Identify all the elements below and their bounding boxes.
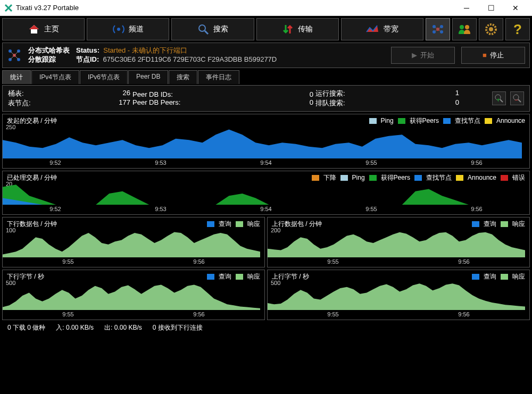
legend-swatch — [369, 175, 377, 181]
svg-text:+: + — [496, 96, 500, 103]
chart-title: 下行字节 / 秒 — [7, 272, 207, 281]
transfers-icon — [282, 23, 294, 36]
legend-label: 响应 — [512, 272, 525, 281]
chart-panel: 下行字节 / 秒 查询响应 500 9:559:56 — [2, 270, 265, 320]
legend-label: Ping — [352, 174, 365, 181]
svg-point-1 — [199, 25, 205, 31]
legend-label: 查询 — [219, 220, 231, 229]
legend-swatch — [312, 175, 319, 181]
peerdb-ids-value: 0 — [310, 90, 313, 98]
legend-swatch — [485, 118, 492, 124]
legend-label: Announce — [468, 174, 496, 181]
legend-label: 错误 — [512, 173, 525, 182]
chart-legend: 查询响应 — [207, 220, 260, 229]
chart-plot — [3, 281, 260, 310]
legend-swatch — [501, 274, 508, 280]
tab-stats[interactable]: 统计 — [2, 70, 31, 84]
tab-events[interactable]: 事件日志 — [198, 70, 239, 84]
antenna-icon — [113, 23, 124, 35]
chart-title: 下行数据包 / 分钟 — [7, 220, 207, 229]
start-button[interactable]: ▶开始 — [391, 47, 455, 64]
chart-plot — [3, 229, 260, 257]
legend-swatch — [340, 175, 348, 181]
legend-swatch — [236, 274, 243, 280]
chart-title: 发起的交易 / 分钟 — [7, 116, 369, 125]
chart-panel: 上行数据包 / 分钟 查询响应 200 9:559:56 — [267, 217, 530, 267]
search-button[interactable]: 搜索 — [171, 18, 254, 40]
tab-search[interactable]: 搜索 — [169, 70, 197, 84]
settings-button[interactable] — [479, 18, 503, 40]
dht-status-panel: 分布式哈希表 分散跟踪 Status: Started - 未确认的下行端口 节… — [2, 43, 530, 68]
legend-swatch — [501, 221, 508, 227]
dht-panel-icon — [7, 48, 22, 63]
chart-title: 上行数据包 / 分钟 — [272, 220, 472, 229]
bandwidth-icon — [365, 24, 379, 34]
legend-label: 查找节点 — [455, 116, 480, 125]
chart-xlabels: 9:559:56 — [268, 257, 529, 267]
close-button[interactable]: ✕ — [503, 0, 528, 16]
bandwidth-button[interactable]: 带宽 — [341, 18, 423, 40]
chart-panel: 上行字节 / 秒 查询响应 500 9:559:56 — [267, 270, 530, 320]
transfers-button[interactable]: 传输 — [256, 18, 339, 40]
chart-panel: 下行数据包 / 分钟 查询响应 100 9:559:56 — [2, 217, 265, 267]
legend-swatch — [207, 221, 214, 227]
legend-swatch — [501, 175, 508, 181]
minimize-button[interactable]: ─ — [454, 0, 479, 16]
chart-xlabels: 9:529:539:549:559:56 — [3, 205, 529, 214]
legend-label: 响应 — [247, 220, 260, 229]
help-button[interactable]: ? — [505, 18, 530, 40]
chart-plot — [268, 229, 525, 257]
app-logo-icon — [4, 4, 13, 12]
stop-button[interactable]: ■停止 — [461, 47, 525, 64]
chart-panel: 已处理交易 / 分钟 下降Ping获得Peers查找节点Announce错误 2… — [2, 171, 530, 215]
chart-xlabels: 9:559:56 — [268, 310, 529, 320]
gear-icon — [485, 23, 497, 36]
status-out: 出: 0.00 KB/s — [104, 323, 142, 332]
tab-peerdb[interactable]: Peer DB — [128, 70, 168, 84]
status-in: 入: 0.00 KB/s — [56, 323, 94, 332]
dht-button[interactable] — [426, 18, 450, 40]
svg-text:−: − — [514, 96, 518, 103]
svg-point-10 — [489, 27, 493, 31]
maximize-button[interactable]: ☐ — [479, 0, 503, 16]
chart-title: 上行字节 / 秒 — [272, 272, 472, 281]
zoom-in-icon: + — [494, 94, 504, 103]
users-icon — [458, 23, 471, 35]
legend-label: Announce — [496, 117, 525, 124]
chart-panel: 发起的交易 / 分钟 Ping获得Peers查找节点Announce 250 9… — [2, 114, 530, 169]
stats-row: 桶表:26 表节点:177 Peer DB IDs:0 Peer DB Peer… — [2, 85, 530, 112]
status-conn: 0 接收到下行连接 — [153, 323, 203, 332]
zoom-out-icon: − — [512, 94, 522, 103]
legend-label: Ping — [381, 117, 394, 124]
legend-label: 查询 — [484, 272, 496, 281]
legend-label: 查询 — [484, 220, 496, 229]
legend-swatch — [236, 221, 243, 227]
home-button[interactable]: 主页 — [2, 18, 85, 40]
peerdb-peers-value: 0 — [310, 98, 313, 106]
users-button[interactable] — [452, 18, 477, 40]
chart-title: 已处理交易 / 分钟 — [7, 173, 312, 182]
chart-plot — [3, 125, 522, 158]
chart-xlabels: 9:529:539:549:559:56 — [3, 158, 529, 168]
legend-label: 获得Peers — [381, 173, 410, 182]
legend-label: 查找节点 — [426, 173, 452, 182]
chart-xlabels: 9:559:56 — [3, 310, 264, 320]
legend-swatch — [369, 118, 377, 124]
search-icon — [197, 23, 209, 35]
legend-label: 响应 — [512, 220, 525, 229]
channels-button[interactable]: 频道 — [87, 18, 169, 40]
chart-legend: 查询响应 — [207, 272, 260, 281]
status-downloads: 0 下载 0 做种 — [7, 323, 45, 332]
dht-icon — [431, 23, 445, 35]
legend-label: 响应 — [247, 272, 260, 281]
tab-ipv6[interactable]: IPv6节点表 — [80, 70, 128, 84]
chart-xlabels: 9:559:56 — [3, 257, 264, 267]
tab-ipv4[interactable]: IPv4节点表 — [31, 70, 79, 84]
zoom-out-button[interactable]: − — [510, 91, 524, 105]
zoom-in-button[interactable]: + — [492, 91, 506, 105]
help-icon: ? — [513, 21, 522, 38]
svg-point-7 — [460, 25, 464, 29]
running-search-value: 1 — [455, 89, 459, 98]
legend-swatch — [207, 274, 214, 280]
dht-tabs: 统计 IPv4节点表 IPv6节点表 Peer DB 搜索 事件日志 — [2, 70, 530, 84]
